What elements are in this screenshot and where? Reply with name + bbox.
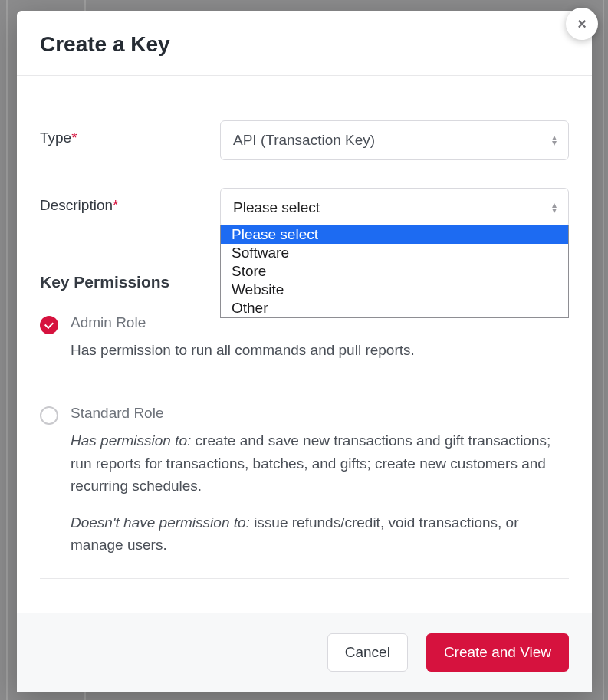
create-key-modal: × Create a Key Type* API (Transaction Ke… [17,11,592,692]
modal-footer: Cancel Create and View [17,613,592,692]
admin-role-desc: Has permission to run all commands and p… [71,339,569,361]
required-marker: * [71,130,77,146]
standard-role-title: Standard Role [71,405,569,422]
modal-title: Create a Key [40,32,569,57]
required-marker: * [113,197,118,213]
create-and-view-button[interactable]: Create and View [426,633,569,672]
close-icon: × [577,16,587,31]
standard-role-hasnt: Doesn't have permission to: issue refund… [71,511,569,557]
description-label: Description* [40,188,220,214]
cancel-button[interactable]: Cancel [327,633,408,672]
perm-admin[interactable]: Admin Role Has permission to run all com… [40,314,569,383]
option-website[interactable]: Website [221,281,568,299]
type-select-display: API (Transaction Key) [220,120,569,160]
modal-scroll[interactable]: Type* API (Transaction Key) ▴▾ Descripti… [17,76,592,613]
modal-body: Type* API (Transaction Key) ▴▾ Descripti… [17,76,592,613]
option-please-select[interactable]: Please select [221,225,568,244]
row-type: Type* API (Transaction Key) ▴▾ [40,120,569,160]
description-dropdown: Please select Software Store Website Oth… [220,225,569,318]
option-other[interactable]: Other [221,299,568,317]
row-description: Description* Please select ▴▾ Please sel… [40,188,569,228]
description-select[interactable]: Please select ▴▾ Please select Software … [220,188,569,228]
option-software[interactable]: Software [221,244,568,262]
radio-admin[interactable] [40,316,58,334]
type-select[interactable]: API (Transaction Key) ▴▾ [220,120,569,160]
description-select-display: Please select [220,188,569,228]
type-label: Type* [40,120,220,146]
standard-role-has: Has permission to: create and save new t… [71,429,569,497]
option-store[interactable]: Store [221,262,568,281]
radio-standard[interactable] [40,406,58,425]
close-button[interactable]: × [566,8,598,40]
perm-standard[interactable]: Standard Role Has permission to: create … [40,405,569,578]
modal-header: Create a Key [17,11,592,76]
